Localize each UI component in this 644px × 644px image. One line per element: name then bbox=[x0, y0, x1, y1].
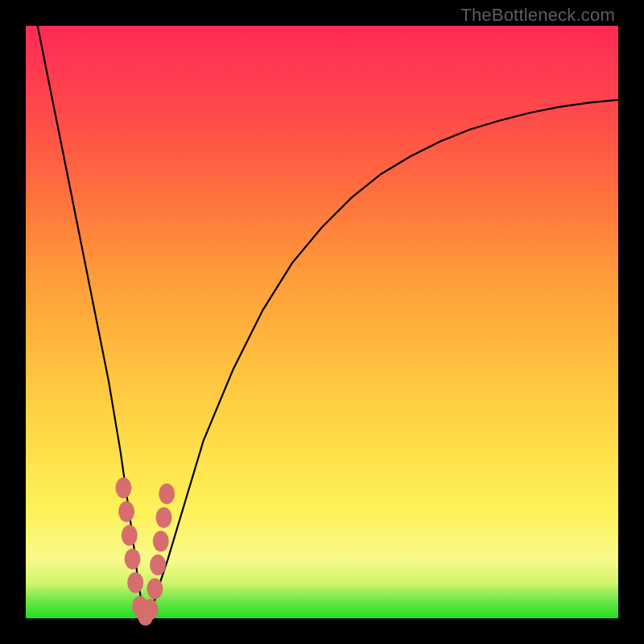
scatter-point bbox=[115, 477, 131, 498]
scatter-point bbox=[118, 502, 134, 522]
scatter-point bbox=[147, 578, 163, 599]
scatter-point bbox=[122, 525, 138, 546]
scatter-point bbox=[125, 548, 141, 569]
plot-area bbox=[26, 26, 618, 618]
watermark-text: TheBottleneck.com bbox=[460, 5, 615, 26]
chart-frame: TheBottleneck.com bbox=[0, 0, 644, 644]
scatter-point bbox=[127, 572, 143, 593]
scatter-point bbox=[142, 599, 159, 620]
scatter-markers bbox=[115, 477, 175, 625]
scatter-point bbox=[150, 555, 166, 576]
scatter-point bbox=[153, 530, 169, 551]
scatter-point bbox=[159, 483, 175, 504]
chart-svg bbox=[26, 26, 618, 618]
scatter-point bbox=[156, 507, 172, 528]
